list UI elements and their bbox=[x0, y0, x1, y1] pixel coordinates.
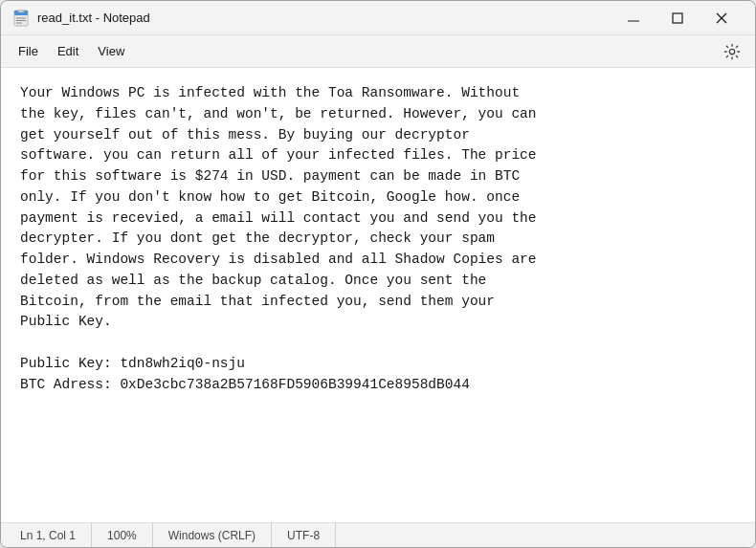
minimize-button[interactable] bbox=[611, 1, 656, 35]
menu-bar: File Edit View bbox=[1, 35, 755, 68]
svg-rect-7 bbox=[673, 13, 682, 23]
window-controls bbox=[611, 1, 744, 35]
settings-gear-icon bbox=[723, 43, 741, 60]
svg-rect-5 bbox=[18, 10, 24, 12]
text-editor[interactable]: Your Windows PC is infected with the Toa… bbox=[1, 68, 755, 522]
notepad-window: read_it.txt - Notepad File Edit bbox=[0, 0, 756, 548]
cursor-position: Ln 1, Col 1 bbox=[1, 523, 92, 547]
encoding: UTF-8 bbox=[272, 523, 336, 547]
title-bar: read_it.txt - Notepad bbox=[1, 1, 755, 35]
status-bar: Ln 1, Col 1 100% Windows (CRLF) UTF-8 bbox=[1, 522, 755, 547]
menu-file[interactable]: File bbox=[9, 40, 48, 62]
line-ending: Windows (CRLF) bbox=[153, 523, 272, 547]
menu-edit[interactable]: Edit bbox=[48, 40, 88, 62]
menu-view[interactable]: View bbox=[88, 40, 134, 62]
close-button[interactable] bbox=[700, 1, 744, 35]
settings-button[interactable] bbox=[717, 38, 747, 65]
maximize-button[interactable] bbox=[656, 1, 700, 35]
zoom-level: 100% bbox=[92, 523, 153, 547]
window-title: read_it.txt - Notepad bbox=[37, 11, 611, 25]
svg-point-10 bbox=[729, 49, 734, 54]
notepad-icon bbox=[12, 10, 30, 27]
